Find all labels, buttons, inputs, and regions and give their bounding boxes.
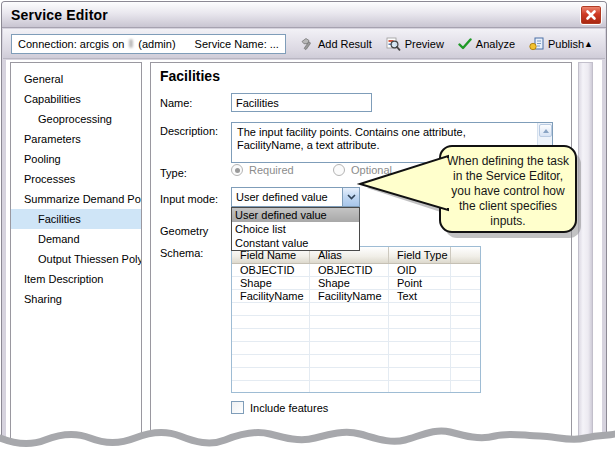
publish-button[interactable]: Publish [529, 37, 584, 51]
schema-cell [451, 368, 480, 380]
schema-cell [451, 355, 480, 367]
schema-table: Field NameAliasField Type OBJECTIDOBJECT… [231, 246, 481, 393]
dropdown-option-2[interactable]: Constant value [232, 236, 359, 250]
schema-cell [389, 355, 451, 367]
sidebar-item-output-thiessen-polygons[interactable]: Output Thiessen Polygons [11, 249, 141, 269]
sidebar-item-capabilities[interactable]: Capabilities [11, 89, 141, 109]
sidebar-item-demand[interactable]: Demand [11, 229, 141, 249]
dropdown-option-1[interactable]: Choice list [232, 222, 359, 236]
table-row[interactable] [232, 368, 480, 381]
schema-cell [232, 381, 310, 393]
table-row[interactable]: FacilityNameFacilityNameText [232, 290, 480, 303]
dialog-body: GeneralCapabilitiesGeoprocessingParamete… [6, 60, 602, 456]
title-bar: Service Editor [2, 2, 606, 28]
schema-cell [310, 329, 389, 341]
schema-cell [389, 316, 451, 328]
collapse-toolbar-arrow[interactable]: ▲ [584, 39, 593, 49]
schema-cell: OID [389, 264, 451, 276]
schema-cell: Text [389, 290, 451, 302]
schema-cell: OBJECTID [310, 264, 389, 276]
sidebar-item-item-description[interactable]: Item Description [11, 269, 141, 289]
preview-label: Preview [405, 38, 444, 50]
include-features-checkbox[interactable]: Include features [231, 401, 328, 414]
add-result-button[interactable]: Add Result [300, 37, 372, 51]
main-vertical-scrollbar[interactable] [578, 62, 593, 452]
callout-balloon: When defining the task in the Service Ed… [352, 138, 584, 242]
service-editor-screen: Service Editor Connection: arcgis on (ad… [0, 0, 615, 456]
sidebar-item-pooling[interactable]: Pooling [11, 149, 141, 169]
connection-box: Connection: arcgis on (admin) Service Na… [11, 34, 286, 54]
schema-cell [451, 303, 480, 315]
toolbar: Connection: arcgis on (admin) Service Na… [3, 29, 605, 59]
schema-label: Schema: [160, 247, 203, 259]
window-title: Service Editor [11, 7, 580, 23]
radio-required-label: Required [249, 164, 294, 176]
schema-cell [451, 264, 480, 276]
connection-suffix: (admin) [138, 38, 175, 50]
schema-table-body: OBJECTIDOBJECTIDOIDShapeShapePointFacili… [232, 264, 480, 393]
sidebar-item-sharing[interactable]: Sharing [11, 289, 141, 309]
geometry-label: Geometry [160, 225, 208, 237]
close-button[interactable] [580, 5, 602, 25]
analyze-label: Analyze [476, 38, 515, 50]
service-name-label: Service Name: ... [195, 38, 279, 50]
checkbox-icon [231, 401, 244, 414]
table-row[interactable]: ShapeShapePoint [232, 277, 480, 290]
sidebar-item-facilities[interactable]: Facilities [11, 209, 141, 229]
schema-cell [310, 316, 389, 328]
sidebar-item-parameters[interactable]: Parameters [11, 129, 141, 149]
name-label: Name: [160, 97, 192, 109]
schema-column-header[interactable] [451, 247, 480, 263]
schema-cell [232, 368, 310, 380]
schema-cell [451, 290, 480, 302]
schema-cell [310, 368, 389, 380]
schema-cell [451, 329, 480, 341]
schema-cell [389, 381, 451, 393]
schema-cell [232, 355, 310, 367]
connection-prefix: Connection: arcgis on [18, 38, 124, 50]
table-row[interactable]: OBJECTIDOBJECTIDOID [232, 264, 480, 277]
input-mode-dropdown-list: User defined valueChoice listConstant va… [231, 207, 360, 251]
sidebar-item-processes[interactable]: Processes [11, 169, 141, 189]
schema-cell: FacilityName [232, 290, 310, 302]
schema-cell [451, 381, 480, 393]
schema-column-header[interactable]: Field Type [389, 247, 451, 263]
scroll-up-icon[interactable] [539, 124, 552, 137]
schema-cell [232, 316, 310, 328]
dropdown-option-0[interactable]: User defined value [232, 208, 359, 222]
sidebar-item-summarize-demand-points-by[interactable]: Summarize Demand Points By [11, 189, 141, 209]
table-row[interactable] [232, 342, 480, 355]
schema-cell: Point [389, 277, 451, 289]
table-row[interactable] [232, 381, 480, 393]
radio-optional-icon [333, 164, 345, 176]
preview-button[interactable]: Preview [386, 37, 444, 51]
analyze-button[interactable]: Analyze [458, 38, 515, 50]
sidebar-item-general[interactable]: General [11, 69, 141, 89]
input-mode-label: Input mode: [160, 193, 218, 205]
name-input[interactable] [231, 93, 372, 112]
input-mode-combobox[interactable]: User defined value [231, 187, 360, 207]
table-row[interactable] [232, 316, 480, 329]
table-row[interactable] [232, 303, 480, 316]
close-icon [584, 8, 598, 22]
description-label: Description: [160, 125, 218, 137]
table-row[interactable] [232, 329, 480, 342]
schema-cell: Shape [232, 277, 310, 289]
schema-cell [310, 355, 389, 367]
schema-cell [451, 342, 480, 354]
analyze-check-icon [458, 38, 472, 50]
sidebar-nav: GeneralCapabilitiesGeoprocessingParamete… [10, 62, 142, 452]
schema-cell [310, 381, 389, 393]
table-row[interactable] [232, 355, 480, 368]
sidebar-item-geoprocessing[interactable]: Geoprocessing [11, 109, 141, 129]
page-title: Facilities [160, 68, 220, 84]
schema-cell [389, 368, 451, 380]
preview-icon [386, 37, 401, 51]
schema-cell [389, 303, 451, 315]
schema-cell [451, 316, 480, 328]
add-result-label: Add Result [318, 38, 372, 50]
input-mode-value: User defined value [232, 191, 342, 203]
schema-cell [389, 329, 451, 341]
main-panel: Facilities Name: Description: The input … [150, 62, 572, 452]
schema-cell [232, 329, 310, 341]
